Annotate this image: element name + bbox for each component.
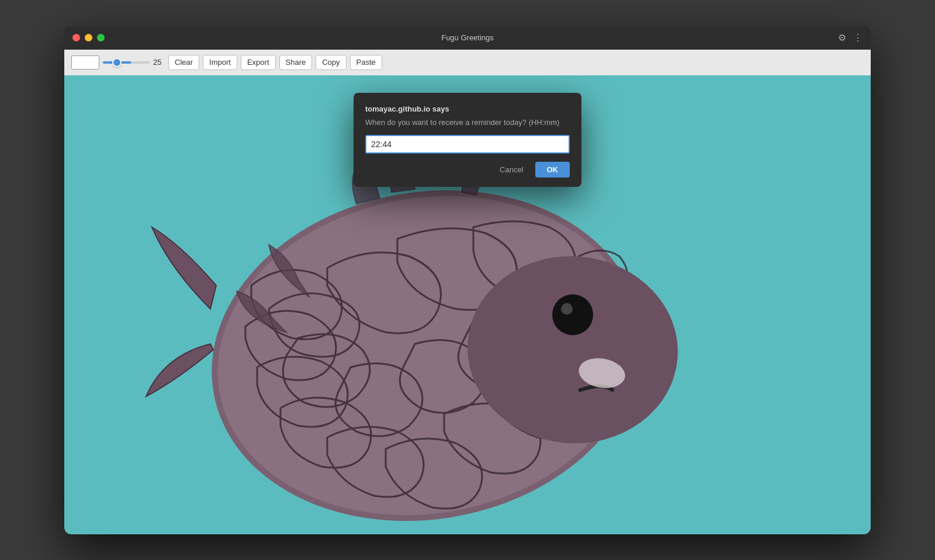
traffic-lights	[72, 34, 105, 41]
reminder-time-input[interactable]	[365, 135, 570, 154]
dialog: tomayac.github.io says When do you want …	[354, 93, 581, 187]
copy-button[interactable]: Copy	[316, 55, 346, 70]
menu-icon[interactable]: ⋮	[853, 32, 863, 43]
minimize-button[interactable]	[85, 34, 92, 41]
import-button[interactable]: Import	[203, 55, 237, 70]
size-slider[interactable]	[103, 61, 150, 64]
browser-window: Fugu Greetings ⚙ ⋮ 25 Clear Import Expor…	[64, 26, 871, 534]
paste-button[interactable]: Paste	[350, 55, 382, 70]
slider-container: 25	[103, 58, 165, 67]
title-bar-icons: ⚙ ⋮	[838, 32, 863, 43]
title-bar: Fugu Greetings ⚙ ⋮	[64, 26, 871, 50]
window-title: Fugu Greetings	[441, 33, 494, 42]
share-button[interactable]: Share	[279, 55, 313, 70]
pen-preview	[71, 55, 99, 69]
ok-button[interactable]: OK	[535, 162, 570, 178]
cancel-button[interactable]: Cancel	[493, 162, 530, 178]
extensions-icon[interactable]: ⚙	[838, 32, 846, 43]
toolbar: 25 Clear Import Export Share Copy Paste	[64, 50, 871, 75]
dialog-message: When do you want to receive a reminder t…	[365, 118, 570, 127]
export-button[interactable]: Export	[241, 55, 276, 70]
svg-point-4	[552, 294, 593, 335]
svg-point-5	[561, 303, 573, 315]
maximize-button[interactable]	[97, 34, 105, 41]
dialog-buttons: Cancel OK	[365, 162, 570, 178]
canvas-area: tomayac.github.io says When do you want …	[64, 75, 871, 534]
dialog-source: tomayac.github.io says	[365, 105, 570, 113]
clear-button[interactable]: Clear	[168, 55, 199, 70]
close-button[interactable]	[72, 34, 80, 41]
slider-value: 25	[153, 58, 165, 67]
